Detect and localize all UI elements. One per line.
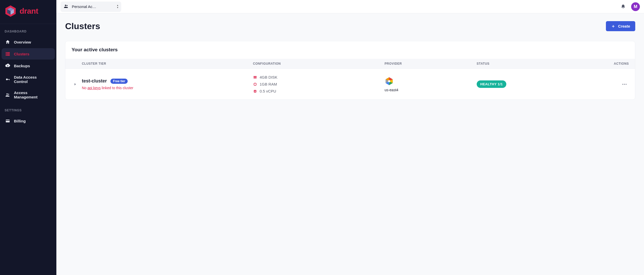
sidebar-section-dashboard: DASHBOARD (0, 24, 56, 36)
create-button-label: Create (618, 24, 630, 28)
notifications-button[interactable] (619, 2, 628, 11)
config-ram: 1GB RAM (253, 82, 385, 86)
svg-rect-6 (6, 54, 7, 54)
sidebar: drant DASHBOARD Overview Clusters (0, 0, 56, 275)
up-down-caret-icon: ▲▼ (117, 4, 119, 9)
sidebar-item-label: Billing (14, 119, 26, 123)
card-title: Your active clusters (65, 41, 635, 59)
sidebar-item-label: Clusters (14, 52, 29, 56)
sidebar-nav-dashboard: Overview Clusters Backups Data Access Co… (0, 36, 56, 103)
cluster-name: test-cluster (82, 78, 107, 84)
svg-rect-24 (255, 91, 256, 92)
svg-rect-19 (254, 76, 257, 77)
header-actions: ACTIONS (608, 62, 629, 65)
clusters-table-header: CLUSTER TIER CONFIGURATION PROVIDER STAT… (65, 59, 635, 69)
chevron-right-icon (73, 82, 77, 87)
svg-rect-12 (9, 79, 10, 80)
logo-area: drant (0, 0, 56, 24)
svg-rect-5 (7, 52, 10, 53)
header-provider: PROVIDER (385, 62, 477, 65)
svg-point-33 (622, 84, 623, 85)
create-button[interactable]: ＋ Create (606, 21, 635, 31)
svg-point-17 (65, 5, 66, 6)
tier-badge: Free tier (110, 79, 128, 84)
sidebar-nav-settings: Billing (0, 115, 56, 127)
page-header: Clusters ＋ Create (65, 21, 635, 31)
brand-logo[interactable]: drant (4, 5, 52, 18)
user-avatar[interactable]: M (631, 2, 640, 11)
sidebar-item-label: Data Access Control (14, 75, 51, 84)
status-badge: HEALTHY 1/1 (477, 80, 506, 88)
svg-rect-21 (254, 78, 257, 78)
svg-point-34 (624, 84, 625, 85)
sidebar-item-label: Backups (14, 64, 30, 68)
svg-rect-16 (6, 120, 10, 121)
svg-rect-4 (6, 52, 7, 53)
header-cluster-tier: CLUSTER TIER (82, 62, 253, 65)
row-actions-button[interactable] (620, 80, 629, 89)
sidebar-item-label: Access Management (14, 90, 51, 99)
page-content: Clusters ＋ Create Your active clusters C… (56, 13, 644, 275)
credit-card-icon (5, 118, 10, 123)
home-icon (5, 39, 10, 45)
svg-rect-9 (7, 55, 10, 56)
list-icon (5, 51, 10, 56)
bell-icon (621, 4, 626, 9)
sidebar-item-label: Overview (14, 40, 31, 44)
key-icon (5, 77, 10, 82)
svg-rect-15 (6, 120, 10, 122)
ram-icon (253, 82, 257, 86)
disk-icon (253, 75, 257, 79)
sidebar-section-settings: SETTINGS (0, 103, 56, 115)
header-status: STATUS (477, 62, 608, 65)
config-disk: 4GB DISK (253, 75, 385, 79)
table-row: test-cluster Free tier No api keys linke… (65, 69, 635, 99)
api-keys-link[interactable]: api keys (88, 86, 101, 90)
api-key-warning: No api keys linked to this cluster (82, 86, 136, 90)
svg-rect-8 (6, 55, 7, 56)
sidebar-item-access-management[interactable]: Access Management (2, 87, 55, 102)
plus-icon: ＋ (611, 24, 615, 28)
avatar-initial: M (634, 4, 637, 9)
svg-point-14 (8, 94, 9, 95)
sidebar-item-backups[interactable]: Backups (2, 60, 55, 71)
svg-point-32 (388, 80, 390, 82)
people-icon (64, 4, 69, 10)
svg-point-13 (6, 93, 8, 95)
provider-icon (385, 77, 394, 86)
more-horizontal-icon (622, 81, 627, 87)
svg-rect-22 (254, 83, 256, 85)
expand-row-button[interactable] (72, 81, 79, 88)
header-configuration: CONFIGURATION (253, 62, 385, 65)
svg-rect-7 (7, 54, 10, 54)
sidebar-item-data-access-control[interactable]: Data Access Control (2, 72, 55, 87)
sidebar-item-overview[interactable]: Overview (2, 36, 55, 48)
active-clusters-card: Your active clusters CLUSTER TIER CONFIG… (65, 41, 635, 100)
topbar: Personal Ac… ▲▼ M (56, 0, 644, 13)
brand-name: drant (20, 7, 38, 15)
sidebar-item-billing[interactable]: Billing (2, 115, 55, 127)
cloud-upload-icon (5, 63, 10, 68)
config-cpu: 0.5 vCPU (253, 89, 385, 93)
sidebar-item-clusters[interactable]: Clusters (2, 48, 55, 60)
provider-region: us-east4 (385, 88, 398, 92)
cpu-icon (253, 89, 257, 93)
svg-rect-20 (254, 77, 257, 78)
svg-point-35 (626, 84, 627, 85)
main-area: Personal Ac… ▲▼ M Clusters ＋ Create (56, 0, 644, 275)
logo-mark-icon (4, 5, 17, 18)
people-icon (5, 92, 10, 97)
svg-point-18 (66, 5, 67, 6)
account-selector[interactable]: Personal Ac… ▲▼ (60, 2, 121, 12)
account-label: Personal Ac… (72, 4, 96, 9)
page-title: Clusters (65, 21, 100, 31)
svg-point-10 (6, 79, 8, 80)
